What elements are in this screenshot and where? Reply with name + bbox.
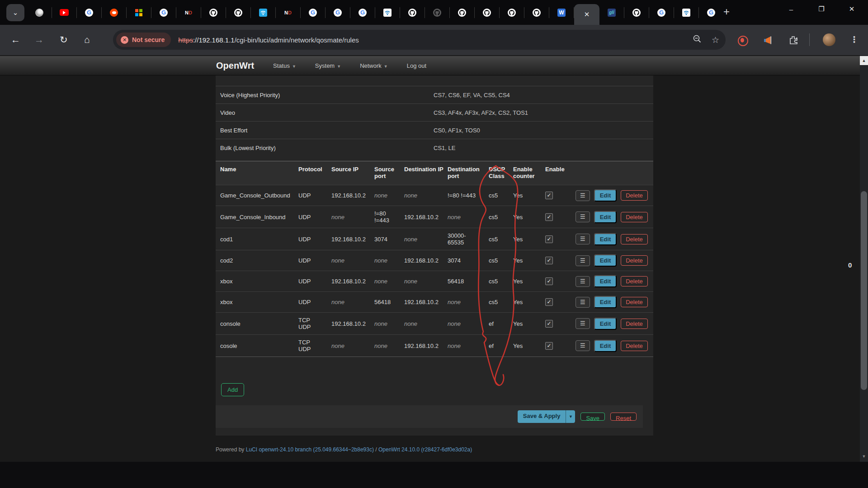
delete-button[interactable]: Delete (621, 276, 648, 286)
reset-button[interactable]: Reset (610, 413, 637, 421)
tab-github[interactable] (524, 7, 549, 18)
scrollbar-down-arrow[interactable]: ▼ (860, 452, 868, 461)
enable-checkbox[interactable]: ✓ (545, 213, 553, 221)
tab-wifi-white[interactable] (375, 7, 400, 18)
tab-github[interactable] (475, 7, 500, 18)
home-button[interactable]: ⌂ (84, 34, 90, 45)
tab-github[interactable] (624, 7, 649, 18)
nav-logout[interactable]: Log out (407, 62, 426, 69)
active-tab[interactable]: ✕ (574, 4, 599, 25)
enable-checkbox[interactable]: ✓ (545, 342, 553, 350)
url-text[interactable]: https://192.168.1.1/cgi-bin/luci/admin/n… (178, 36, 359, 44)
window-close-button[interactable]: ✕ (839, 0, 865, 18)
nav-menu-system[interactable]: System▼ (315, 62, 341, 69)
tab-google[interactable]: G (350, 7, 375, 18)
not-secure-badge[interactable]: ✕ Not secure (116, 33, 171, 47)
save-apply-dropdown[interactable]: ▼ (566, 410, 575, 423)
tab-github[interactable] (201, 7, 226, 18)
scrollbar-up-arrow[interactable]: ▲ (860, 56, 868, 65)
tab-google[interactable]: G (326, 7, 350, 18)
delete-button[interactable]: Delete (621, 297, 648, 307)
row-menu-button[interactable]: ☰ (576, 297, 590, 308)
window-maximize-button[interactable]: ❐ (808, 0, 835, 18)
row-menu-button[interactable]: ☰ (576, 276, 590, 287)
row-menu-button[interactable]: ☰ (576, 211, 590, 222)
tab-google[interactable]: G (699, 7, 723, 18)
tab-google[interactable]: G (77, 7, 102, 18)
delete-button[interactable]: Delete (621, 190, 648, 201)
page-scrollbar-thumb[interactable] (861, 191, 867, 390)
edit-button[interactable]: Edit (594, 340, 617, 352)
browser-menu-icon[interactable]: ⋮ (850, 34, 859, 45)
tab-nextdns[interactable]: ND (276, 7, 301, 18)
enable-checkbox[interactable]: ✓ (545, 298, 553, 306)
delete-button[interactable]: Delete (621, 341, 648, 351)
tab-github[interactable] (450, 7, 475, 18)
tab-wikipedia[interactable]: W (549, 7, 574, 18)
footer-luci-link[interactable]: LuCI openwrt-24.10 branch (25.049.66344~… (246, 446, 374, 453)
bookmark-star-icon[interactable]: ☆ (712, 35, 719, 45)
tab-wifi-white[interactable] (674, 7, 699, 18)
delete-button[interactable]: Delete (621, 255, 648, 266)
edit-button[interactable]: Edit (594, 211, 617, 223)
save-apply-button[interactable]: Save & Apply ▼ (518, 410, 576, 423)
tab-github[interactable] (500, 7, 524, 18)
address-bar[interactable]: ✕ Not secure https://192.168.1.1/cgi-bin… (113, 30, 726, 50)
col-header: Enable counter (513, 161, 545, 185)
url-host: 192.168.1.1 (198, 36, 234, 44)
nav-menu-network[interactable]: Network▼ (360, 62, 388, 69)
row-menu-button[interactable]: ☰ (576, 190, 590, 201)
tab-nextdns[interactable]: ND (176, 7, 201, 18)
tab-google[interactable]: G (151, 7, 176, 18)
tab-github[interactable] (400, 7, 425, 18)
recorder-extension-icon[interactable] (738, 36, 748, 46)
form-actions-bar: Save & Apply ▼ Save Reset (216, 405, 643, 428)
tab-google[interactable]: G (649, 7, 674, 18)
tab-github[interactable] (226, 7, 251, 18)
row-menu-button[interactable]: ☰ (576, 234, 590, 244)
reload-button[interactable]: ↻ (60, 34, 68, 45)
footer-openwrt-link[interactable]: OpenWrt 24.10.0 (r28427-6df0e3d02a) (378, 446, 472, 453)
rule-protocol: UDP (298, 250, 331, 271)
row-menu-button[interactable]: ☰ (576, 255, 590, 266)
megaphone-extension-icon[interactable] (763, 35, 773, 47)
window-minimize-button[interactable]: – (778, 0, 804, 18)
enable-checkbox[interactable]: ✓ (545, 320, 553, 328)
edit-button[interactable]: Edit (594, 254, 617, 267)
enable-checkbox[interactable]: ✓ (545, 235, 553, 243)
row-menu-button[interactable]: ☰ (576, 340, 590, 351)
openwrt-brand[interactable]: OpenWrt (216, 61, 254, 71)
tab-google[interactable]: G (301, 7, 326, 18)
tab-search-button[interactable]: ⌄ (6, 4, 24, 21)
tab-youtube[interactable] (52, 7, 77, 18)
row-menu-button[interactable]: ☰ (576, 318, 590, 329)
nav-menu-status[interactable]: Status▼ (273, 62, 296, 69)
save-button[interactable]: Save (580, 413, 605, 421)
tab-close-icon[interactable]: ✕ (584, 10, 590, 19)
delete-button[interactable]: Delete (621, 212, 648, 222)
edit-button[interactable]: Edit (594, 275, 617, 287)
enable-checkbox[interactable]: ✓ (545, 277, 553, 285)
new-tab-button[interactable]: + (723, 5, 730, 18)
rule-row: cosoleTCPUDPnonenone192.168.10.2noneefYe… (216, 335, 653, 357)
delete-button[interactable]: Delete (621, 234, 648, 244)
delete-button[interactable]: Delete (621, 319, 648, 329)
tab-github-dim[interactable] (425, 7, 450, 18)
edit-button[interactable]: Edit (594, 318, 617, 330)
enable-checkbox[interactable]: ✓ (545, 192, 553, 199)
tab-microsoft[interactable] (127, 7, 151, 18)
edit-button[interactable]: Edit (594, 189, 617, 202)
zoom-out-indicator-icon[interactable] (693, 34, 702, 45)
edit-button[interactable]: Edit (594, 233, 617, 245)
edit-button[interactable]: Edit (594, 296, 617, 308)
enable-checkbox[interactable]: ✓ (545, 257, 553, 264)
tab-reddit[interactable] (102, 7, 127, 18)
tab-grey-globe[interactable] (27, 7, 52, 18)
forward-button[interactable]: → (34, 34, 44, 45)
back-button[interactable]: ← (11, 34, 20, 45)
profile-avatar[interactable] (823, 33, 835, 46)
tab-glinet[interactable]: gli (599, 7, 624, 18)
tab-wifi-blue[interactable] (251, 7, 276, 18)
extensions-puzzle-icon[interactable] (788, 35, 798, 47)
add-rule-button[interactable]: Add (221, 383, 244, 396)
